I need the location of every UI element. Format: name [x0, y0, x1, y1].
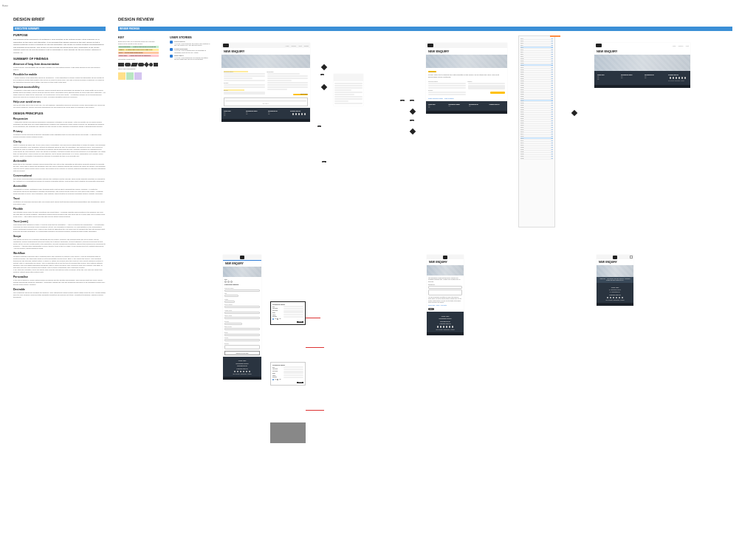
- submit-button[interactable]: [490, 92, 505, 94]
- screen-desktop-form-v1: HomeCoursesAboutContact NEW ENQUIRY Pers…: [221, 43, 310, 122]
- key-notable: Notable — a feature that is done well or…: [118, 49, 159, 51]
- list-item[interactable]: Item 55view: [520, 157, 553, 160]
- logo-icon: [613, 256, 617, 259]
- text-input[interactable]: [284, 377, 303, 378]
- text-input[interactable]: [284, 372, 303, 374]
- canvas-label: Home: [2, 4, 8, 7]
- highlight-bar: [550, 35, 560, 37]
- hero-image: [597, 265, 633, 277]
- popup-submit-button[interactable]: Submit: [297, 382, 303, 383]
- decision-5-icon: [571, 110, 577, 116]
- text-input[interactable]: [284, 314, 303, 315]
- text-input[interactable]: [284, 316, 303, 318]
- step-3-icon: [230, 281, 233, 283]
- note-observation-icon: [118, 72, 126, 80]
- user-stories-box: USER STORIES Login & accessAs a user I w…: [170, 35, 210, 62]
- annotation-line: [306, 347, 324, 348]
- review-title: DESIGN REVIEW: [118, 17, 154, 21]
- user-story: Login & accessAs a user I want to access…: [170, 41, 210, 47]
- shape-diamond-icon: [144, 62, 149, 67]
- done-button[interactable]: Done: [428, 308, 434, 310]
- social-icon[interactable]: [249, 371, 251, 373]
- popup-overlay: [270, 422, 306, 443]
- flow-start: Start: [400, 100, 405, 101]
- confirmation-banner: Thank you — your enquiry has been receiv…: [597, 277, 633, 283]
- hero-image: [221, 55, 310, 68]
- step-1-icon: [224, 281, 227, 283]
- key-recommendation: Recommendation — a feature that should b…: [118, 46, 159, 48]
- screen-mobile-form: NEW ENQUIRY Step Personal details Prefer…: [223, 255, 261, 380]
- step-2-icon: [227, 281, 230, 283]
- social-icon[interactable]: [237, 371, 239, 373]
- key-box: KEY Each area of the OVL enquiries shoul…: [118, 35, 159, 80]
- key-issue: Issue — a minor failing of the design: [118, 52, 159, 54]
- exec-summary-bar: EXECUTIVE SUMMARY: [13, 27, 106, 31]
- brief-body: PURPOSE The purpose of this document is …: [13, 33, 106, 298]
- social-icon[interactable]: [234, 371, 236, 373]
- shape-rect-icon: [118, 63, 124, 66]
- decision-3-icon: [410, 109, 416, 114]
- screen-desktop-confirmation: HomeCoursesAbout NEW ENQUIRY Quick links…: [594, 43, 690, 88]
- hero-image: [223, 267, 261, 277]
- text-input[interactable]: [284, 312, 303, 313]
- annotation-line: [306, 318, 320, 318]
- popup-enrol-v1: Looking to enrol? TitleFirst nameLast na…: [270, 301, 306, 325]
- flow-yes-label: Yes: [320, 74, 324, 75]
- shape-circle-icon: [149, 63, 153, 66]
- popup-submit-button[interactable]: Submit: [297, 321, 303, 323]
- checkbox-icon: [170, 48, 173, 51]
- legend-shapes: [118, 63, 159, 66]
- shape-rounded-icon: [125, 63, 131, 66]
- text-input[interactable]: [284, 369, 303, 370]
- note-question-icon: [134, 72, 142, 80]
- text-input[interactable]: [284, 310, 303, 312]
- logo-icon: [240, 256, 244, 259]
- logo-icon: [427, 44, 433, 47]
- decision-4-icon: [410, 129, 416, 134]
- text-input[interactable]: [284, 366, 303, 368]
- text-input[interactable]: [284, 308, 303, 309]
- review-findings-bar: REVIEW FINDINGS: [118, 27, 732, 31]
- screen-long-list: Item 1viewItem 2viewItem 3viewItem 4view…: [518, 35, 555, 227]
- text-input[interactable]: [284, 371, 303, 372]
- shape-parallelogram-icon: [131, 63, 138, 66]
- flow-no-label: No: [317, 126, 321, 127]
- key-critical: Critical issue — a failing that must be …: [118, 55, 159, 57]
- decision-2-icon: [321, 84, 327, 90]
- hero-image: [426, 55, 507, 68]
- text-input[interactable]: [284, 306, 303, 307]
- checkbox-icon: [170, 41, 173, 44]
- annotation-line: [306, 410, 324, 411]
- legend-notes: [118, 72, 159, 80]
- flow-end-label: End: [322, 161, 326, 162]
- hero-image: [594, 55, 690, 71]
- note-recommendation-icon: [126, 72, 134, 80]
- hero-image: [427, 265, 464, 275]
- footer: Quick linksLinkLinkLink Information abou…: [221, 108, 310, 119]
- continue-button[interactable]: Continue to next step: [224, 351, 260, 355]
- text-input[interactable]: [284, 374, 303, 376]
- logo-icon: [443, 256, 447, 259]
- brief-title: DESIGN BRIEF: [13, 17, 45, 21]
- logo-icon: [223, 44, 229, 47]
- checkbox-icon: [170, 55, 173, 58]
- screen-desktop-annotated: [334, 74, 363, 106]
- social-icon[interactable]: [240, 371, 242, 373]
- logo-icon: [596, 44, 602, 47]
- decision-1-icon: [321, 64, 327, 70]
- top-nav: HomeCoursesAboutContact: [286, 45, 309, 47]
- popup-enrol-v2: Looking to enrol? TitleFirst nameLast na…: [270, 362, 306, 386]
- user-story: Contact preferenceAs a user I want to ch…: [170, 48, 210, 54]
- screen-desktop-form-v2: NEW ENQUIRY Declaration Privacy notice t…: [426, 43, 507, 114]
- screen-mobile-confirmation: NEW ENQUIRY Intro paragraph explaining t…: [427, 255, 464, 335]
- social-icon[interactable]: [246, 371, 248, 373]
- menu-icon[interactable]: [630, 256, 633, 259]
- screen-mobile-short: NEW ENQUIRY Thank you — your enquiry has…: [597, 255, 633, 306]
- social-icon[interactable]: [243, 371, 245, 373]
- user-story: Make enquiryAs a user I want to describe…: [170, 55, 210, 61]
- shape-small-icon: [154, 63, 158, 66]
- shape-pill-icon: [138, 63, 144, 66]
- submit-button[interactable]: Submit enquiry: [293, 94, 308, 96]
